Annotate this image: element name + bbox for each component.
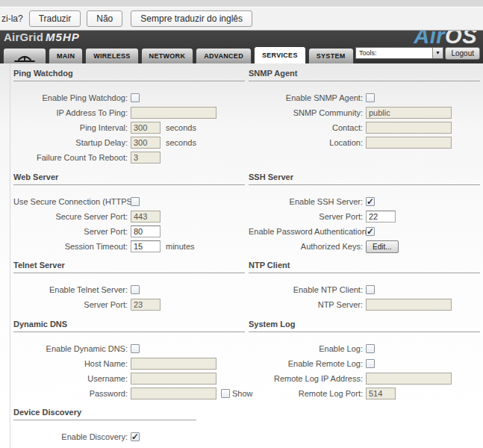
field-label: Use Secure Connection (HTTPS): [13,197,131,206]
section-title: NTP Client [249,261,480,273]
section-dynamic-dns: Dynamic DNSEnable Dynamic DNS:Host Name:… [13,320,245,401]
field-label: Enable Ping Watchdog: [13,93,131,102]
location-input [366,137,452,149]
tab-wireless[interactable]: WIRELESS [85,48,138,63]
field-label: Location: [249,138,366,147]
form-row: Enable Log: [249,341,480,356]
field-label: Username: [13,374,131,383]
airos-logo-os: OS [445,31,477,48]
field-label: IP Address To Ping: [13,108,131,117]
airos-logo-air: Air [414,31,445,48]
section-ssh-server: SSH ServerEnable SSH Server:Server Port:… [249,172,480,254]
form-row: Enable Password Authentication: [249,224,480,239]
failure-count-to-reboot-input [131,152,161,164]
form-row: Contact: [249,120,480,135]
enable-log-checkbox[interactable] [366,344,375,353]
form-row: Server Port: [13,224,245,239]
translate-prompt: zi-la? [1,13,23,24]
form-row: Enable Dynamic DNS: [13,341,245,356]
form-row: Authorized Keys:Edit... [249,239,480,254]
field-label: Enable Password Authentication: [249,227,366,236]
tab-advanced[interactable]: ADVANCED [196,48,252,63]
show-checkbox[interactable] [221,389,230,398]
form-row: Location: [249,135,480,150]
form-row: NTP Server: [249,297,480,312]
snmp-community-input [366,107,452,119]
always-translate-button[interactable]: Sempre traduzir do inglês [131,10,252,27]
startup-delay-input [131,137,161,149]
field-suffix: minutes [166,242,195,251]
form-row: Server Port: [249,209,480,224]
field-suffix: seconds [166,123,196,132]
host-name-input [131,358,216,370]
form-row: Enable Remote Log: [249,356,480,371]
brand-name: AirGrid [4,31,43,43]
field-label: Enable NTP Client: [249,285,366,294]
section-title: SNMP Agent [249,69,480,81]
section-ntp-client: NTP ClientEnable NTP Client:NTP Server: [249,261,480,312]
field-label: Enable Dynamic DNS: [13,344,131,353]
form-column-left: Ping WatchdogEnable Ping Watchdog:IP Add… [13,63,245,448]
authorized-keys-button[interactable]: Edit... [366,240,399,253]
enable-remote-log-checkbox[interactable] [366,359,375,368]
ubiquiti-logo-icon [13,53,36,63]
enable-ntp-client-checkbox[interactable] [366,285,375,294]
form-row: Enable SNMP Agent: [249,90,480,105]
translate-button[interactable]: Traduzir [29,10,81,27]
browser-chrome-strip [0,0,483,7]
section-system-log: System LogEnable Log:Enable Remote Log:R… [249,320,480,401]
form-row: Password:Show [13,386,245,401]
session-timeout-input[interactable] [131,240,161,252]
ping-interval-input [131,122,161,134]
form-row: Remote Log IP Address: [249,371,480,386]
form-row: Enable NTP Client: [249,282,480,297]
section-title: Dynamic DNS [13,320,245,332]
field-label: Host Name: [13,359,131,368]
form-row: Enable SSH Server: [249,194,480,209]
server-port-input[interactable] [131,225,161,237]
enable-telnet-server-checkbox[interactable] [131,285,140,294]
enable-ssh-server-checkbox[interactable] [366,197,375,206]
enable-snmp-agent-checkbox[interactable] [366,93,375,102]
tab-system[interactable]: SYSTEM [308,48,354,63]
logout-button[interactable]: Logout [445,47,480,60]
use-secure-connection-https-checkbox[interactable] [131,197,140,206]
form-row: Enable Discovery: [13,429,245,444]
enable-password-authentication-checkbox[interactable] [366,227,375,236]
field-label: Failure Count To Reboot: [13,153,131,162]
chevron-down-icon[interactable]: ▼ [432,48,443,58]
translate-bar: zi-la? Traduzir Não Sempre traduzir do i… [0,7,483,31]
tab-label: SYSTEM [317,52,346,60]
tools-select-label: Tools: [359,49,377,57]
airos-services-page: zi-la? Traduzir Não Sempre traduzir do i… [0,0,483,448]
field-label: Session Timeout: [13,242,131,251]
server-port-input[interactable] [366,211,396,223]
field-label: Remote Log Port: [249,389,366,398]
tab-main[interactable]: MAIN [49,48,83,63]
enable-discovery-checkbox[interactable] [131,432,140,441]
section-title: Telnet Server [13,261,245,273]
field-label: Server Port: [13,227,131,236]
field-label: Enable SSH Server: [249,197,366,206]
secure-server-port-input [131,211,161,223]
form-row: Remote Log Port: [249,386,480,401]
section-snmp-agent: SNMP AgentEnable SNMP Agent:SNMP Communi… [249,69,480,150]
brand-model: M5HP [46,31,80,43]
field-suffix: seconds [166,138,196,147]
field-label: Ping Interval: [13,123,131,132]
form-row: Enable Telnet Server: [13,282,245,297]
field-label: SNMP Community: [249,108,366,117]
tab-network[interactable]: NETWORK [141,48,194,63]
no-translate-button[interactable]: Não [87,10,122,27]
tab-services[interactable]: SERVICES [254,46,306,63]
airos-logo: AirOS [414,31,477,49]
tab-ubiquiti-logo[interactable] [3,48,46,63]
form-row: Enable Ping Watchdog: [13,90,245,105]
field-label: Enable SNMP Agent: [249,93,366,102]
enable-dynamic-dns-checkbox[interactable] [131,344,140,353]
field-label: Contact: [249,123,366,132]
section-title: Web Server [13,172,245,185]
remote-log-ip-address-input [366,373,452,385]
enable-ping-watchdog-checkbox[interactable] [131,93,140,102]
tools-select[interactable]: Tools: ▼ [355,47,443,59]
